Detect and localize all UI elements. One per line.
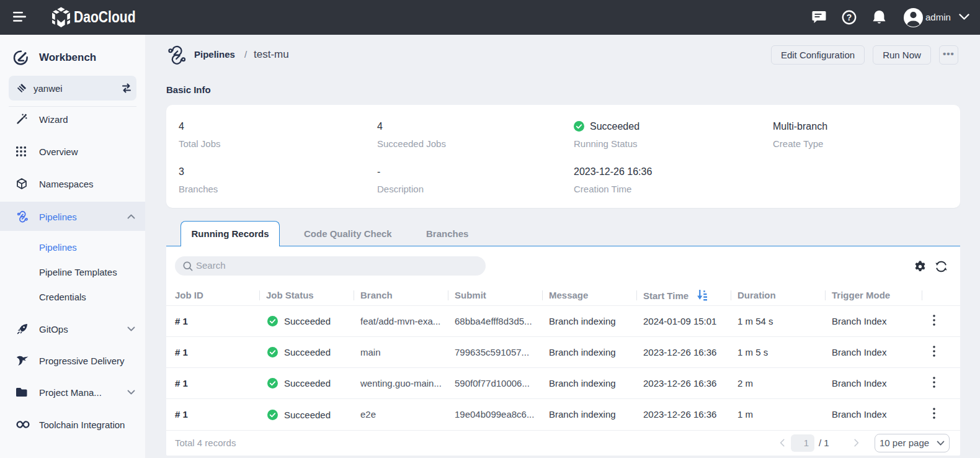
svg-text:?: ?: [847, 12, 852, 22]
